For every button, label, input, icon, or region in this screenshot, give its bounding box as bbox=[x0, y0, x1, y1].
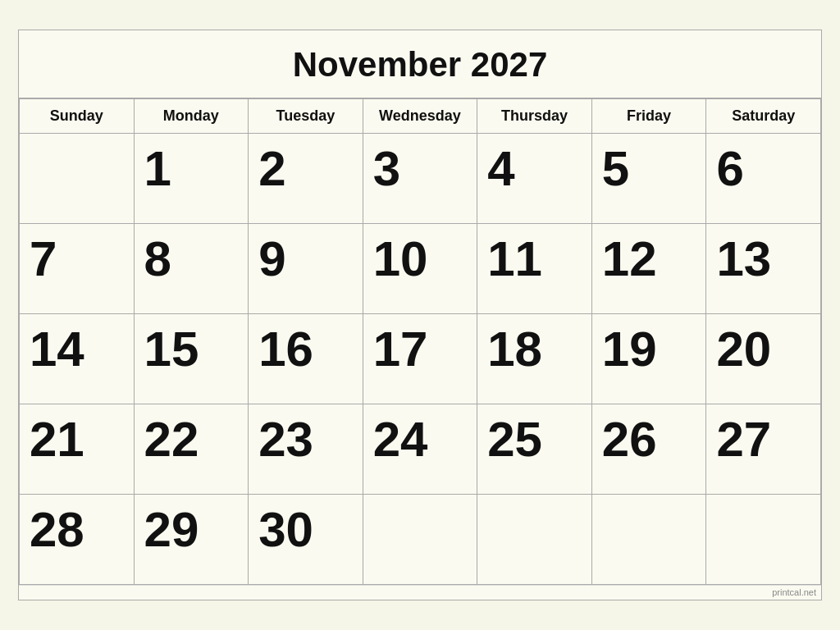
calendar-day-7: 7 bbox=[20, 224, 135, 314]
calendar-day-4: 4 bbox=[477, 134, 592, 224]
calendar-day-1: 1 bbox=[134, 134, 249, 224]
calendar-day-6: 6 bbox=[706, 134, 821, 224]
calendar-day-12: 12 bbox=[591, 224, 706, 314]
calendar-day-8: 8 bbox=[134, 224, 249, 314]
calendar-title: November 2027 bbox=[19, 30, 821, 98]
calendar-week-4: 21222324252627 bbox=[20, 404, 821, 495]
calendar-day-11: 11 bbox=[477, 224, 592, 314]
weekday-header-row: SundayMondayTuesdayWednesdayThursdayFrid… bbox=[20, 99, 821, 134]
calendar-container: November 2027 SundayMondayTuesdayWednesd… bbox=[18, 30, 822, 600]
calendar-day-23: 23 bbox=[249, 404, 363, 495]
calendar-week-2: 78910111213 bbox=[20, 224, 821, 314]
calendar-week-5: 282930 bbox=[20, 495, 821, 585]
calendar-table: SundayMondayTuesdayWednesdayThursdayFrid… bbox=[19, 98, 821, 585]
calendar-day-empty bbox=[591, 495, 706, 585]
calendar-day-empty bbox=[363, 495, 477, 585]
calendar-day-10: 10 bbox=[363, 224, 477, 314]
calendar-day-21: 21 bbox=[20, 404, 135, 495]
calendar-day-empty bbox=[706, 495, 821, 585]
calendar-day-2: 2 bbox=[249, 134, 363, 224]
calendar-day-22: 22 bbox=[134, 404, 249, 495]
calendar-day-26: 26 bbox=[591, 404, 706, 495]
calendar-day-28: 28 bbox=[20, 495, 135, 585]
calendar-day-18: 18 bbox=[477, 314, 592, 404]
weekday-header-tuesday: Tuesday bbox=[249, 99, 363, 134]
calendar-day-29: 29 bbox=[134, 495, 249, 585]
calendar-day-empty bbox=[20, 134, 135, 224]
calendar-day-30: 30 bbox=[249, 495, 363, 585]
calendar-day-14: 14 bbox=[20, 314, 135, 404]
weekday-header-saturday: Saturday bbox=[706, 99, 821, 134]
watermark: printcal.net bbox=[19, 585, 821, 600]
calendar-day-15: 15 bbox=[134, 314, 249, 404]
calendar-day-empty bbox=[477, 495, 592, 585]
weekday-header-thursday: Thursday bbox=[477, 99, 592, 134]
weekday-header-wednesday: Wednesday bbox=[363, 99, 477, 134]
weekday-header-friday: Friday bbox=[591, 99, 706, 134]
calendar-day-27: 27 bbox=[706, 404, 821, 495]
calendar-day-17: 17 bbox=[363, 314, 477, 404]
calendar-week-1: 123456 bbox=[20, 134, 821, 224]
calendar-day-25: 25 bbox=[477, 404, 592, 495]
calendar-day-19: 19 bbox=[591, 314, 706, 404]
calendar-day-3: 3 bbox=[363, 134, 477, 224]
weekday-header-sunday: Sunday bbox=[20, 99, 135, 134]
calendar-day-24: 24 bbox=[363, 404, 477, 495]
calendar-day-16: 16 bbox=[249, 314, 363, 404]
calendar-day-13: 13 bbox=[706, 224, 821, 314]
calendar-week-3: 14151617181920 bbox=[20, 314, 821, 404]
calendar-day-9: 9 bbox=[249, 224, 363, 314]
calendar-day-5: 5 bbox=[591, 134, 706, 224]
weekday-header-monday: Monday bbox=[134, 99, 249, 134]
calendar-day-20: 20 bbox=[706, 314, 821, 404]
